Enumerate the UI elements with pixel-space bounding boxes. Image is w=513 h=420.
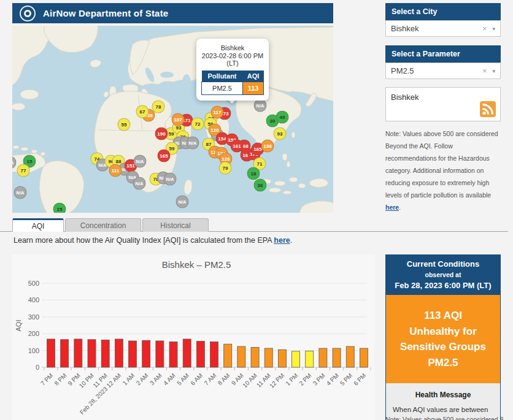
aqi-marker[interactable]: N/A (164, 173, 177, 186)
x-tick-label: 3 AM (148, 372, 163, 387)
aqi-marker[interactable]: 111 (109, 164, 122, 177)
bar (169, 342, 177, 367)
bar (196, 342, 204, 367)
bar (237, 346, 245, 367)
tab-aqi[interactable]: AQI (12, 218, 64, 232)
bar (115, 339, 123, 367)
sidebar-note-link[interactable]: here (385, 204, 399, 211)
rss-feed-box: Bishkek (385, 87, 501, 121)
x-tick-label: 2 AM (135, 372, 150, 387)
observed-datetime: Feb 28, 2023 6:00 PM (LT) (388, 281, 498, 290)
aqi-marker[interactable]: 117 (211, 106, 224, 119)
popup-col-pollutant: Pollutant (202, 71, 243, 82)
bar (251, 347, 259, 367)
page-title: AirNow Department of State (43, 8, 168, 18)
aqi-marker[interactable]: N/A (133, 177, 146, 190)
x-tick-label: 5 PM (339, 372, 353, 387)
aqi-marker[interactable]: 78 (152, 101, 165, 113)
tab-concentration[interactable]: Concentration (65, 218, 141, 232)
city-select[interactable]: Bishkek × ▾ (385, 20, 501, 37)
x-tick-label: 6 AM (189, 372, 204, 387)
parameter-chevron-down-icon[interactable]: ▾ (492, 68, 495, 74)
aqi-value-line: 113 AQI (395, 308, 492, 324)
parameter-select-value: PM2.5 (391, 66, 414, 75)
learn-more-text: Learn more about how the Air Quality Ind… (14, 236, 292, 245)
aqi-bar-chart: Bishkek – PM2.50100200300400500AQI7 PM8 … (12, 254, 374, 420)
y-tick-label: 500 (28, 280, 39, 287)
y-axis-label: AQI (15, 320, 22, 332)
aqi-marker[interactable]: 49 (276, 111, 289, 124)
popup-aqi-value: 113 (243, 82, 264, 95)
state-department-seal-icon (20, 6, 36, 21)
city-chevron-down-icon[interactable]: ▾ (492, 26, 495, 32)
x-tick-label: 2 PM (298, 372, 312, 387)
rss-icon[interactable] (480, 101, 496, 117)
popup-datetime: 2023-02-28 6:00 PM (200, 52, 265, 59)
bar (306, 351, 314, 367)
bar (142, 340, 150, 367)
aqi-marker[interactable]: 77 (17, 164, 30, 177)
world-aqi-map[interactable]: N/A1577N/A15551386778591909378N/AN/AN/A5… (12, 26, 333, 213)
aqi-marker[interactable]: 107 (172, 113, 185, 126)
popup-table: Pollutant AQI PM2.5 113 (201, 71, 264, 95)
current-conditions-header: Current Conditions observed at Feb 28, 2… (386, 255, 500, 295)
x-tick-label: 1 AM (122, 372, 136, 387)
aqi-category-line: Unhealthy for Sensitive Groups (395, 324, 492, 355)
city-clear-icon[interactable]: × (482, 24, 487, 33)
learn-more-after: . (290, 236, 292, 245)
aqi-marker[interactable]: N/A (176, 196, 189, 208)
aqi-marker[interactable]: 55 (118, 118, 131, 131)
parameter-clear-icon[interactable]: × (482, 66, 487, 75)
aqi-marker[interactable]: 93 (274, 128, 287, 140)
aqi-marker[interactable]: 138 (261, 140, 274, 153)
aqi-marker[interactable]: N/A (134, 155, 147, 168)
aqi-marker[interactable]: 18 (247, 167, 260, 180)
bar (346, 346, 354, 367)
bar (74, 339, 82, 367)
aqi-marker[interactable]: 67 (136, 105, 149, 118)
rss-city-label: Bishkek (391, 93, 419, 102)
x-tick-label: 12 PM (268, 372, 285, 389)
select-parameter-header: Select a Parameter (385, 45, 501, 63)
popup-pollutant-value: PM2.5 (202, 82, 243, 95)
map-popup: Bishkek 2023-02-28 6:00 PM (LT) Pollutan… (196, 39, 269, 101)
bar (156, 341, 164, 367)
sidebar-note: Note: Values above 500 are considered Be… (385, 128, 503, 214)
y-tick-label: 300 (28, 313, 39, 321)
y-tick-label: 400 (28, 296, 39, 304)
bar (183, 339, 191, 367)
bar (61, 340, 69, 367)
x-tick-label: 10 AM (241, 372, 258, 389)
x-tick-label: 3 PM (312, 372, 326, 387)
x-tick-label: 8 PM (53, 372, 68, 387)
x-tick-label: 8 AM (217, 372, 231, 387)
aqi-marker[interactable]: 15 (53, 203, 66, 213)
learn-more-link[interactable]: here (274, 236, 290, 245)
bar (129, 341, 137, 367)
x-tick-label: 5 AM (176, 372, 190, 387)
aqi-summary-block: 113 AQI Unhealthy for Sensitive Groups P… (386, 295, 500, 383)
bar (47, 339, 55, 367)
chart-title: Bishkek – PM2.5 (162, 259, 231, 270)
aqi-marker[interactable]: 190 (155, 128, 168, 140)
x-tick-label: 6 PM (352, 372, 367, 387)
aqi-marker[interactable]: 36 (254, 179, 267, 192)
bottom-note: Note: Values above 500 are considered Be… (385, 414, 503, 420)
aqi-marker[interactable]: N/A (14, 186, 27, 199)
aqi-marker[interactable]: 79 (219, 162, 232, 175)
aqi-marker[interactable]: N/A (187, 137, 199, 150)
aqi-marker[interactable]: N/A (254, 99, 267, 112)
y-tick-label: 0 (36, 364, 39, 371)
x-tick-label: 4 AM (162, 372, 177, 387)
parameter-select[interactable]: PM2.5 × ▾ (385, 63, 501, 79)
aqi-marker[interactable]: 165 (158, 150, 171, 162)
bar (278, 349, 286, 367)
tab-historical[interactable]: Historical (142, 218, 209, 232)
bar (101, 340, 109, 367)
x-tick-label: 7 AM (203, 372, 218, 387)
chart-canvas: Bishkek – PM2.50100200300400500AQI7 PM8 … (12, 254, 374, 420)
sidebar-note-after: . (399, 204, 401, 211)
bar (210, 342, 218, 367)
bar (264, 348, 272, 367)
aqi-marker[interactable]: 72 (191, 118, 204, 131)
